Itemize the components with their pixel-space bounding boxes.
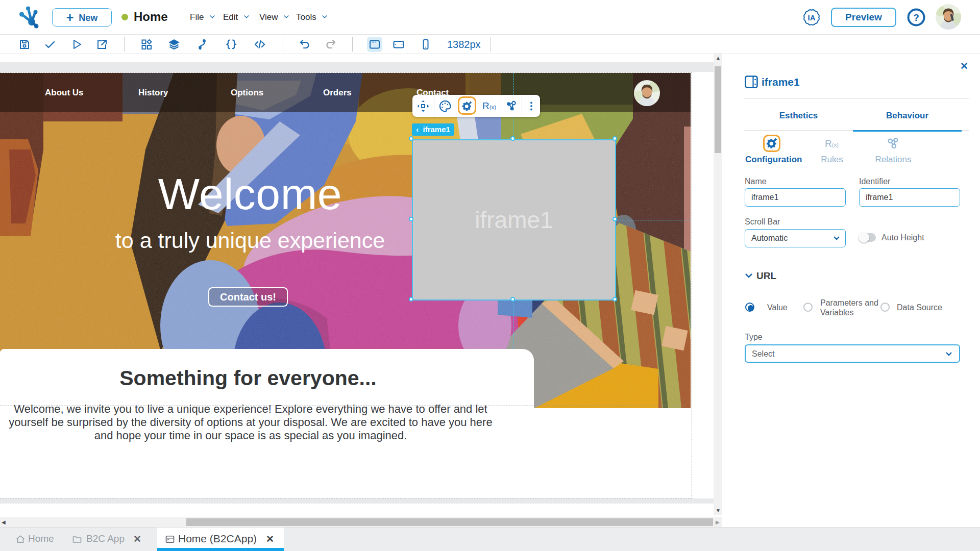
svg-text:(x): (x) — [832, 142, 839, 148]
svg-text:R: R — [825, 138, 832, 149]
svg-text:?: ? — [913, 12, 919, 23]
svg-text:IA: IA — [808, 13, 816, 22]
